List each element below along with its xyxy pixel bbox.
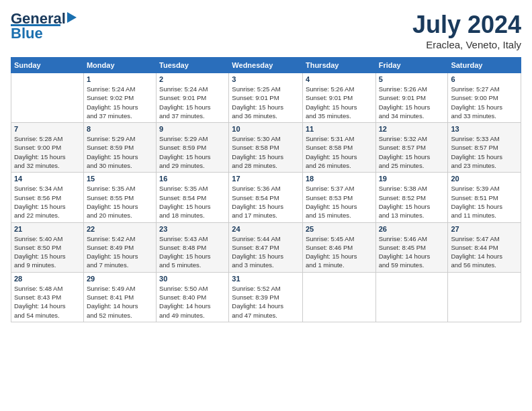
header: General Blue July 2024 Eraclea, Veneto, … (11, 11, 521, 50)
col-friday: Friday (375, 58, 448, 73)
page: General Blue July 2024 Eraclea, Veneto, … (0, 0, 532, 411)
day-number: 31 (232, 275, 300, 283)
day-number: 7 (14, 125, 81, 133)
day-number: 1 (87, 75, 153, 83)
day-info: Sunrise: 5:50 AM Sunset: 8:40 PM Dayligh… (159, 284, 226, 320)
day-number: 24 (232, 225, 300, 233)
day-number: 5 (379, 75, 445, 83)
calendar-cell: 12Sunrise: 5:32 AM Sunset: 8:57 PM Dayli… (375, 123, 448, 173)
calendar-cell: 5Sunrise: 5:26 AM Sunset: 9:01 PM Daylig… (375, 73, 448, 123)
calendar-cell: 13Sunrise: 5:33 AM Sunset: 8:57 PM Dayli… (448, 123, 521, 173)
calendar-cell: 2Sunrise: 5:24 AM Sunset: 9:01 PM Daylig… (157, 73, 229, 123)
day-number: 19 (379, 175, 445, 183)
calendar-cell: 10Sunrise: 5:30 AM Sunset: 8:58 PM Dayli… (229, 123, 303, 173)
day-number: 9 (159, 125, 226, 133)
calendar-cell: 9Sunrise: 5:29 AM Sunset: 8:59 PM Daylig… (157, 123, 229, 173)
calendar-cell: 15Sunrise: 5:35 AM Sunset: 8:55 PM Dayli… (83, 173, 156, 222)
day-info: Sunrise: 5:52 AM Sunset: 8:39 PM Dayligh… (232, 284, 300, 320)
day-info: Sunrise: 5:31 AM Sunset: 8:58 PM Dayligh… (306, 134, 373, 170)
day-info: Sunrise: 5:26 AM Sunset: 9:01 PM Dayligh… (379, 85, 445, 120)
col-wednesday: Wednesday (229, 58, 303, 73)
calendar-cell: 17Sunrise: 5:36 AM Sunset: 8:54 PM Dayli… (229, 173, 303, 222)
day-info: Sunrise: 5:38 AM Sunset: 8:52 PM Dayligh… (379, 184, 445, 220)
day-info: Sunrise: 5:40 AM Sunset: 8:50 PM Dayligh… (14, 234, 81, 270)
calendar-cell: 20Sunrise: 5:39 AM Sunset: 8:51 PM Dayli… (448, 173, 521, 222)
calendar-cell: 14Sunrise: 5:34 AM Sunset: 8:56 PM Dayli… (11, 173, 84, 222)
day-info: Sunrise: 5:34 AM Sunset: 8:56 PM Dayligh… (14, 184, 81, 220)
day-number: 4 (306, 75, 373, 83)
week-row-2: 7Sunrise: 5:28 AM Sunset: 9:00 PM Daylig… (11, 123, 521, 173)
week-row-4: 21Sunrise: 5:40 AM Sunset: 8:50 PM Dayli… (11, 222, 521, 272)
col-saturday: Saturday (448, 58, 521, 73)
col-tuesday: Tuesday (157, 58, 229, 73)
day-number: 15 (87, 175, 153, 183)
day-number: 16 (159, 175, 226, 183)
calendar-table: Sunday Monday Tuesday Wednesday Thursday… (11, 57, 521, 322)
day-info: Sunrise: 5:45 AM Sunset: 8:46 PM Dayligh… (306, 234, 373, 270)
day-number: 3 (232, 75, 300, 83)
calendar-cell: 7Sunrise: 5:28 AM Sunset: 9:00 PM Daylig… (11, 123, 84, 173)
logo: General Blue (11, 11, 81, 42)
calendar-cell: 18Sunrise: 5:37 AM Sunset: 8:53 PM Dayli… (302, 173, 375, 222)
day-info: Sunrise: 5:35 AM Sunset: 8:55 PM Dayligh… (87, 184, 153, 220)
calendar-cell: 23Sunrise: 5:43 AM Sunset: 8:48 PM Dayli… (157, 222, 229, 272)
day-info: Sunrise: 5:28 AM Sunset: 9:00 PM Dayligh… (14, 134, 81, 170)
day-number: 27 (451, 225, 518, 233)
calendar-cell: 16Sunrise: 5:35 AM Sunset: 8:54 PM Dayli… (157, 173, 229, 222)
day-number: 29 (87, 275, 153, 283)
day-info: Sunrise: 5:26 AM Sunset: 9:01 PM Dayligh… (306, 85, 373, 120)
calendar-cell: 31Sunrise: 5:52 AM Sunset: 8:39 PM Dayli… (229, 272, 303, 322)
day-number: 8 (87, 125, 153, 133)
calendar-cell (448, 272, 521, 322)
day-info: Sunrise: 5:27 AM Sunset: 9:00 PM Dayligh… (451, 85, 518, 120)
day-info: Sunrise: 5:39 AM Sunset: 8:51 PM Dayligh… (451, 184, 518, 220)
logo-general: General (11, 11, 66, 27)
day-number: 22 (87, 225, 153, 233)
calendar-cell (375, 272, 448, 322)
day-info: Sunrise: 5:42 AM Sunset: 8:49 PM Dayligh… (87, 234, 153, 270)
title-block: July 2024 Eraclea, Veneto, Italy (412, 11, 521, 50)
day-number: 11 (306, 125, 373, 133)
day-info: Sunrise: 5:35 AM Sunset: 8:54 PM Dayligh… (159, 184, 226, 220)
calendar-cell: 3Sunrise: 5:25 AM Sunset: 9:01 PM Daylig… (229, 73, 303, 123)
calendar-cell: 6Sunrise: 5:27 AM Sunset: 9:00 PM Daylig… (448, 73, 521, 123)
calendar-cell: 25Sunrise: 5:45 AM Sunset: 8:46 PM Dayli… (302, 222, 375, 272)
header-row: Sunday Monday Tuesday Wednesday Thursday… (11, 58, 521, 73)
day-info: Sunrise: 5:46 AM Sunset: 8:45 PM Dayligh… (379, 234, 445, 270)
calendar-subtitle: Eraclea, Veneto, Italy (412, 39, 521, 50)
day-number: 18 (306, 175, 373, 183)
logo-blue: Blue (11, 25, 43, 42)
day-info: Sunrise: 5:32 AM Sunset: 8:57 PM Dayligh… (379, 134, 445, 170)
day-number: 10 (232, 125, 300, 133)
calendar-cell (11, 73, 84, 123)
day-number: 25 (306, 225, 373, 233)
day-number: 2 (159, 75, 226, 83)
calendar-cell: 1Sunrise: 5:24 AM Sunset: 9:02 PM Daylig… (83, 73, 156, 123)
calendar-cell: 21Sunrise: 5:40 AM Sunset: 8:50 PM Dayli… (11, 222, 84, 272)
day-info: Sunrise: 5:29 AM Sunset: 8:59 PM Dayligh… (87, 134, 153, 170)
calendar-cell: 30Sunrise: 5:50 AM Sunset: 8:40 PM Dayli… (157, 272, 229, 322)
day-info: Sunrise: 5:29 AM Sunset: 8:59 PM Dayligh… (159, 134, 226, 170)
calendar-title: July 2024 (412, 11, 521, 39)
day-number: 23 (159, 225, 226, 233)
day-number: 12 (379, 125, 445, 133)
calendar-cell: 4Sunrise: 5:26 AM Sunset: 9:01 PM Daylig… (302, 73, 375, 123)
day-info: Sunrise: 5:43 AM Sunset: 8:48 PM Dayligh… (159, 234, 226, 270)
day-info: Sunrise: 5:49 AM Sunset: 8:41 PM Dayligh… (87, 284, 153, 320)
day-number: 28 (14, 275, 81, 283)
calendar-cell: 19Sunrise: 5:38 AM Sunset: 8:52 PM Dayli… (375, 173, 448, 222)
calendar-cell: 8Sunrise: 5:29 AM Sunset: 8:59 PM Daylig… (83, 123, 156, 173)
week-row-1: 1Sunrise: 5:24 AM Sunset: 9:02 PM Daylig… (11, 73, 521, 123)
day-number: 26 (379, 225, 445, 233)
day-info: Sunrise: 5:47 AM Sunset: 8:44 PM Dayligh… (451, 234, 518, 270)
col-sunday: Sunday (11, 58, 84, 73)
week-row-5: 28Sunrise: 5:48 AM Sunset: 8:43 PM Dayli… (11, 272, 521, 322)
day-info: Sunrise: 5:33 AM Sunset: 8:57 PM Dayligh… (451, 134, 518, 170)
calendar-cell: 28Sunrise: 5:48 AM Sunset: 8:43 PM Dayli… (11, 272, 84, 322)
day-info: Sunrise: 5:25 AM Sunset: 9:01 PM Dayligh… (232, 85, 300, 120)
day-info: Sunrise: 5:24 AM Sunset: 9:01 PM Dayligh… (159, 85, 226, 120)
day-number: 20 (451, 175, 518, 183)
col-monday: Monday (83, 58, 156, 73)
day-info: Sunrise: 5:48 AM Sunset: 8:43 PM Dayligh… (14, 284, 81, 320)
logo-arrow-icon (67, 11, 81, 24)
